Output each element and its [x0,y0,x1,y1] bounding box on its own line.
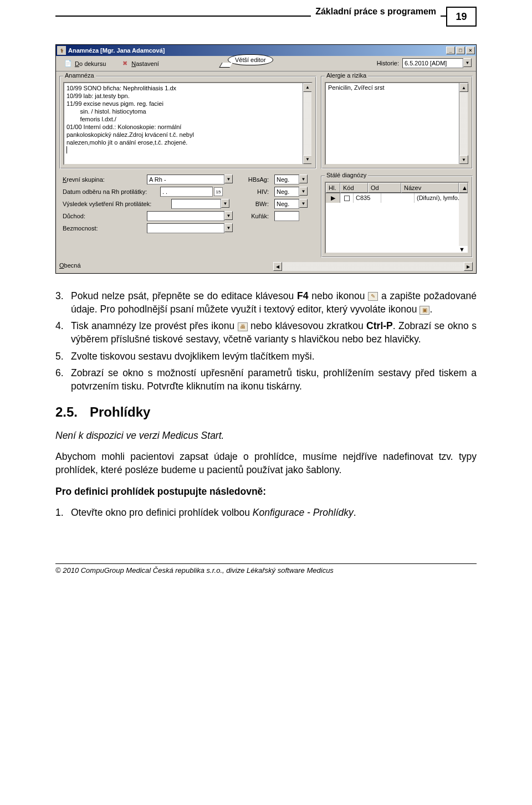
chevron-down-icon[interactable]: ▼ [224,175,233,183]
list-item: Otevřte okno pro definici prohlídek volb… [71,506,477,519]
anamneza-line: 10/99 lab: jat.testy bpn. [66,92,309,100]
cell-od [381,193,415,203]
list-number: 6. [55,366,71,393]
alergie-legend: Alergie a rizika [325,72,368,79]
anamneza-line: sin. / histol. histiocytoma [66,107,309,115]
scroll-right-icon[interactable]: ▶ [464,262,473,271]
list-number: 5. [55,350,71,363]
list-item: Zobrazí se okno s možností upřesnění par… [71,366,477,393]
table-row[interactable]: ▶ C835 (Difuzní), lymfo. [326,193,468,203]
list-number: 1. [55,506,71,519]
expand-editor-icon: ▣ [420,306,429,315]
col-kod[interactable]: Kód [340,183,368,193]
chevron-down-icon[interactable]: ▼ [299,187,308,196]
col-od[interactable]: Od [368,183,401,193]
rh-date-input[interactable]: . . [160,187,213,197]
cell-kod: C835 [354,193,381,203]
bwr-label: BWr: [244,201,271,207]
app-icon: ⚕ [57,46,66,55]
col-nazev[interactable]: Název [401,183,459,193]
scroll-up-icon[interactable]: ▲ [459,183,468,193]
list-item: Zvolte tiskovou sestavu dvojklikem levým… [71,350,477,363]
dekurz-button[interactable]: 📄 Do dekursu [59,58,110,69]
scrollbar-horizontal[interactable]: ◀ ▶ [273,262,473,271]
document-body: 3. Pokud nelze psát, přepněte se do edit… [55,289,477,519]
footer: © 2010 CompuGroup Medical Česká republik… [55,563,477,575]
anamneza-line: 11/99 excise nevus pigm. reg. faciei [66,100,309,107]
scroll-up-icon[interactable]: ▲ [459,83,468,92]
chevron-down-icon[interactable]: ▼ [463,58,472,67]
print-icon: 🖶 [238,322,248,331]
close-button[interactable]: × [466,47,475,54]
anamneza-line: 10/99 SONO břicha: Nephrolithiasis 1.dx [66,84,309,92]
document-icon: 📄 [64,59,73,68]
chevron-down-icon[interactable]: ▼ [221,199,229,208]
toolbar: 📄 Do dekursu ✖ Nastavení Větší editor Hi… [56,56,476,71]
row-selector[interactable]: ▶ [326,193,340,203]
diagnozy-fieldset: Stálé diagnózy Hl. Kód Od Název ▲ ▶ [321,176,473,258]
historie-label: Historie: [377,60,399,66]
list-item: Tisk anamnézy lze provést přes ikonu 🖶 n… [71,319,477,346]
col-hl[interactable]: Hl. [326,183,340,193]
list-item: Pokud nelze psát, přepněte se do editace… [71,289,477,316]
anamneza-line: nalezen,mohlo jít o anální erose,t.č. zh… [66,139,309,146]
chevron-down-icon[interactable]: ▼ [299,199,308,208]
list-number: 4. [55,319,71,346]
anamneza-textarea[interactable]: 10/99 SONO břicha: Nephrolithiasis 1.dx … [63,82,313,165]
scroll-up-icon[interactable]: ▲ [303,83,312,92]
diagnozy-legend: Stálé diagnózy [325,172,368,178]
vysledek-select[interactable] [171,199,221,209]
hiv-select[interactable]: Neg. [274,187,299,197]
alergie-fieldset: Alergie a rizika Penicilin, Zvířecí srst… [321,76,473,169]
page-number: 19 [446,7,477,27]
dekurz-accel: D [75,60,79,67]
calendar-icon[interactable]: 15 [214,187,223,196]
alergie-text: Penicilin, Zvířecí srst [328,84,384,91]
anamneza-legend: Anamnéza [63,72,96,79]
bwr-select[interactable]: Neg. [274,199,299,209]
chevron-down-icon[interactable]: ▼ [299,175,308,183]
scroll-down-icon[interactable]: ▼ [303,155,312,164]
bezmocnost-select[interactable] [147,223,224,233]
nastaveni-button[interactable]: ✖ Nastavení [116,58,163,69]
krevni-label: revní skupina: [66,176,104,183]
minimize-button[interactable]: _ [446,47,455,54]
anamneza-line: femoris l.dxt./ [66,115,309,123]
maximize-button[interactable]: □ [456,47,465,54]
scroll-down-icon[interactable]: ▼ [459,155,468,164]
nastaveni-label: astavení [136,60,159,67]
alergie-textarea[interactable]: Penicilin, Zvířecí srst ▲ ▼ [325,82,469,165]
dekurz-label: o dekursu [79,60,106,67]
kurak-input[interactable] [274,211,299,221]
window-title: Anamnéza [Mgr. Jana Adamcová] [68,47,165,54]
rh-date-label: Datum odběru na Rh protilátky: [63,188,157,195]
hbsag-label: HBsAg: [244,176,271,183]
chevron-down-icon[interactable]: ▼ [224,211,233,220]
tools-icon: ✖ [120,59,129,68]
bezmocnost-label: Bezmocnost: [63,225,144,232]
diagnozy-table[interactable]: Hl. Kód Od Název ▲ ▶ C835 [325,182,469,254]
hbsag-select[interactable]: Neg. [274,175,299,184]
kurak-label: Kuřák: [244,213,271,219]
duchod-select[interactable] [147,211,224,221]
scrollbar-vertical[interactable]: ▲ ▼ [303,83,311,164]
running-header: Základní práce s programem [311,7,441,17]
titlebar: ⚕ Anamnéza [Mgr. Jana Adamcová] _ □ × [56,45,476,56]
instruction-heading: Pro definici prohlídek postupujte násled… [55,485,477,498]
scrollbar-vertical[interactable]: ▲ ▼ [459,83,468,164]
availability-note: Není k dispozici ve verzi Medicus Start. [55,429,477,442]
chevron-down-icon[interactable]: ▼ [224,223,233,232]
list-number: 3. [55,289,71,316]
krevni-select[interactable]: A Rh - [147,175,224,184]
scrollbar-vertical[interactable]: ▼ [459,193,468,253]
historie-select[interactable]: 6.5.2010 [ADM] [402,58,463,68]
duchod-label: Důchod: [63,213,144,219]
scroll-down-icon[interactable]: ▼ [459,246,468,253]
paragraph: Abychom mohli pacientovi zapsat údaje o … [55,450,477,476]
section-heading: 2.5. Prohlídky [55,403,477,421]
scroll-left-icon[interactable]: ◀ [273,262,282,271]
table-header: Hl. Kód Od Název ▲ [326,183,468,193]
text-cursor [66,146,67,153]
anamneza-line: 01/00 Interní odd.: Kolonoskopie: normál… [66,123,309,131]
hl-checkbox[interactable] [344,196,350,201]
